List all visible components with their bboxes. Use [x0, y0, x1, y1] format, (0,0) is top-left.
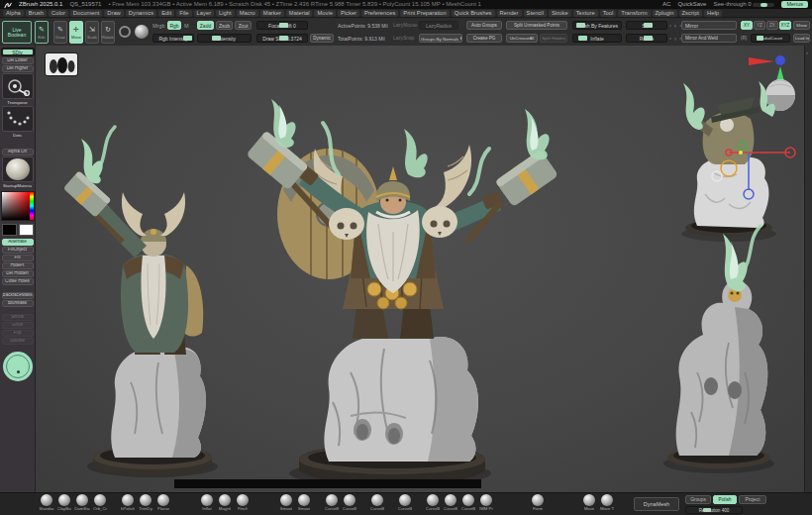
menu-item[interactable]: Stencil [524, 10, 547, 17]
tray-button[interactable]: Flip [2, 330, 34, 337]
secondary-color-swatch[interactable] [19, 224, 34, 236]
menu-item[interactable]: Transform [618, 10, 650, 17]
menu-item[interactable]: Draw [104, 10, 124, 17]
tray-button[interactable]: Del Hidden [2, 270, 34, 277]
radial-toggle[interactable]: (R) [741, 36, 747, 41]
brush-thumbnail[interactable]: Move T [598, 494, 616, 512]
zcut-toggle[interactable]: Zcut [235, 21, 252, 30]
menu-item[interactable]: Dynamics [126, 10, 156, 17]
resolution-slider[interactable]: Resolution 400 [685, 506, 743, 514]
focal-shift-slider[interactable]: Focal Shift 0 [256, 21, 308, 30]
tray-button[interactable]: Alternate [2, 239, 34, 246]
groups-toggle[interactable]: Groups [685, 495, 711, 504]
auto-groups-button[interactable]: Auto Groups [466, 21, 502, 30]
menu-item[interactable]: Alpha [3, 10, 24, 17]
alpha-selector[interactable]: Alpha Off [2, 149, 34, 155]
hue-strip[interactable] [30, 192, 34, 220]
brush-thumbnail[interactable]: Magnif [216, 494, 234, 512]
show-button[interactable]: Show [793, 21, 810, 30]
tray-button[interactable]: Double [2, 338, 34, 345]
lazysnap-toggle[interactable]: LazySnap [393, 36, 414, 41]
brush-thumbnail[interactable]: TrimDy [137, 494, 154, 512]
brush-thumbnail[interactable]: hPolish [119, 494, 137, 512]
right-tray-divider[interactable]: ‹ [804, 46, 812, 492]
stroke-circle-icon[interactable] [119, 26, 131, 38]
rgb-toggle[interactable]: Rgb [167, 21, 181, 30]
tray-button[interactable]: BackfaceMask [2, 292, 34, 299]
menu-item[interactable]: Macro [237, 10, 258, 17]
tray-button[interactable]: Close Holes [2, 278, 34, 285]
brush-thumbnail[interactable]: Form [529, 494, 547, 512]
del-higher-button[interactable]: Del Higher [2, 65, 34, 72]
brush-thumbnail[interactable]: Smoot [277, 494, 295, 512]
brush-thumbnail[interactable]: Smoot [295, 494, 313, 512]
menu-item[interactable]: Zplugin [653, 10, 677, 17]
menu-item[interactable]: Print Preparation [400, 10, 450, 17]
brush-thumbnail[interactable]: Standar [38, 494, 55, 512]
move-mode-button[interactable]: ✛Move [69, 21, 83, 44]
see-through-track[interactable] [753, 3, 774, 7]
brush-thumbnail[interactable]: IMM Pr [477, 494, 495, 512]
inflate-slider[interactable]: Inflate [572, 34, 622, 43]
saturation-value-square[interactable] [2, 192, 30, 220]
menu-item[interactable]: Edit [158, 10, 174, 17]
zadd-toggle[interactable]: Zadd [197, 21, 214, 30]
load-image-button[interactable]: Load Image [793, 34, 810, 43]
material-sphere-icon[interactable] [135, 25, 149, 39]
menu-item[interactable]: Zscript [679, 10, 702, 17]
tray-button[interactable]: HidePt [2, 262, 34, 269]
brush-thumbnail[interactable]: Inflat [198, 494, 216, 512]
brush-thumbnail[interactable]: Pinch [234, 494, 252, 512]
brush-thumbnail[interactable]: CurveB [396, 494, 414, 512]
menu-item[interactable]: Material [286, 10, 313, 17]
dynamesh-button[interactable]: DynaMesh [634, 497, 679, 511]
menu-item[interactable]: Quick Brushes [452, 10, 495, 17]
current-stroke-thumbnail[interactable] [2, 106, 34, 132]
uncrease-all-button[interactable]: UnCreaseAll [506, 34, 538, 43]
zsub-toggle[interactable]: Zsub [216, 21, 233, 30]
tray-button[interactable]: FillObject [2, 247, 34, 254]
mirror-axis-button[interactable]: XY [741, 21, 753, 30]
menu-item[interactable]: Movie [314, 10, 335, 17]
dynamic-toggle[interactable]: Dynamic [310, 34, 334, 43]
lazymouse-toggle[interactable]: LazyMouse [393, 23, 418, 28]
menu-item[interactable]: Texture [573, 10, 598, 17]
mirror-and-weld-dropdown[interactable]: Mirror And Weld [681, 34, 737, 43]
menu-item[interactable]: Layer [194, 10, 215, 17]
tray-button[interactable]: BlurMask [2, 300, 34, 307]
del-lower-button[interactable]: Del Lower [2, 57, 34, 64]
rotate-slider[interactable]: Rotate [626, 34, 667, 43]
brush-thumbnail[interactable]: Planar [154, 494, 172, 512]
menu-item[interactable]: Help [704, 10, 722, 17]
lazyradius-slider[interactable]: LazyRadius [419, 21, 458, 30]
radial-count-slider[interactable]: RadialCount [751, 34, 790, 43]
split-unmasked-points-button[interactable]: Split Unmasked Points [506, 21, 567, 30]
menus-button[interactable]: Menus [781, 1, 808, 8]
rgb-intensity-slider[interactable]: Rgb Intensity [152, 34, 194, 43]
groups-by-normals-button[interactable]: Groups By Normals [419, 34, 462, 43]
ac-button[interactable]: AC [662, 0, 670, 9]
mirror-axis-button[interactable]: ZX [766, 21, 778, 30]
see-through-handle[interactable] [761, 3, 767, 7]
polish-by-features-slider[interactable]: Polish By Features [572, 21, 622, 30]
mrgb-toggle[interactable]: Mrgb [152, 23, 165, 29]
project-toggle[interactable]: Project [739, 495, 766, 504]
menu-item[interactable]: Render [497, 10, 522, 17]
tray-button[interactable]: Grow [2, 322, 34, 329]
menu-item[interactable]: Tool [600, 10, 617, 17]
current-material-thumbnail[interactable] [2, 156, 34, 182]
brush-thumbnail[interactable]: DamSta [73, 494, 91, 512]
z-intensity-slider[interactable]: Z Intensity [197, 34, 252, 43]
polish-toggle[interactable]: Polish [713, 495, 737, 504]
brush-thumbnail[interactable]: CurveB [341, 494, 358, 512]
brush-thumbnail[interactable]: Orb_Cr [91, 494, 109, 512]
menu-item[interactable]: Document [70, 10, 102, 17]
menu-item[interactable]: Light [216, 10, 235, 17]
tray-button[interactable]: Shrink [2, 314, 34, 321]
split-hidden-button[interactable]: Split Hidden [540, 34, 567, 43]
mirror-axis-button[interactable]: XYZ [779, 21, 791, 30]
quicksave-button[interactable]: QuickSave [677, 0, 706, 9]
color-picker[interactable] [1, 191, 35, 221]
mirror-dropdown[interactable]: Mirror [681, 21, 737, 30]
menu-item[interactable]: Color [49, 10, 68, 17]
